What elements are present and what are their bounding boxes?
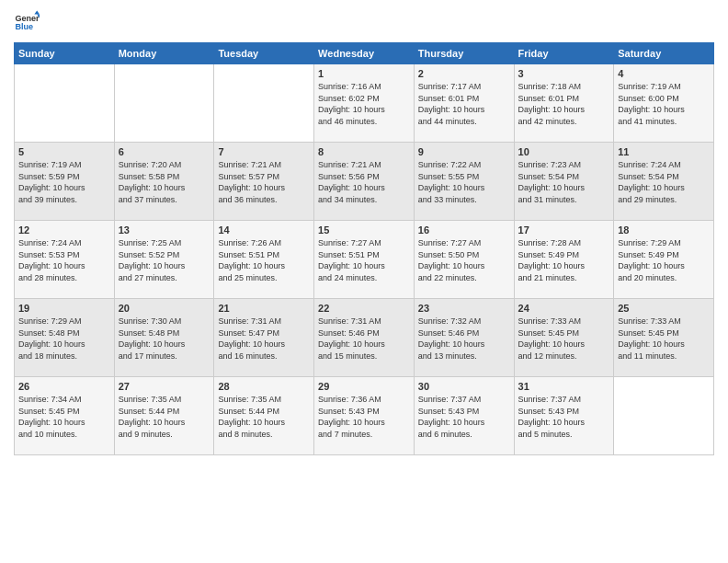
day-number: 5 [18,146,110,157]
calendar-cell: 19Sunrise: 7:29 AM Sunset: 5:48 PM Dayli… [15,299,115,377]
day-number: 2 [418,68,510,79]
calendar-cell: 6Sunrise: 7:20 AM Sunset: 5:58 PM Daylig… [114,143,214,221]
calendar-cell: 12Sunrise: 7:24 AM Sunset: 5:53 PM Dayli… [15,221,115,299]
logo: General Blue [14,9,43,35]
calendar-cell: 30Sunrise: 7:37 AM Sunset: 5:43 PM Dayli… [414,377,514,455]
day-number: 1 [318,68,410,79]
svg-text:General: General [15,14,40,23]
calendar-cell [614,377,714,455]
day-info: Sunrise: 7:36 AM Sunset: 5:43 PM Dayligh… [318,394,410,440]
calendar-week-row: 12Sunrise: 7:24 AM Sunset: 5:53 PM Dayli… [15,221,714,299]
calendar-cell: 3Sunrise: 7:18 AM Sunset: 6:01 PM Daylig… [514,64,614,143]
day-info: Sunrise: 7:21 AM Sunset: 5:56 PM Dayligh… [318,159,410,205]
calendar-cell: 5Sunrise: 7:19 AM Sunset: 5:59 PM Daylig… [15,143,115,221]
calendar-cell: 16Sunrise: 7:27 AM Sunset: 5:50 PM Dayli… [414,221,514,299]
day-info: Sunrise: 7:32 AM Sunset: 5:46 PM Dayligh… [418,316,510,362]
calendar-cell: 26Sunrise: 7:34 AM Sunset: 5:45 PM Dayli… [15,377,115,455]
day-info: Sunrise: 7:34 AM Sunset: 5:45 PM Dayligh… [18,394,110,440]
day-header-tuesday: Tuesday [214,43,314,64]
day-info: Sunrise: 7:23 AM Sunset: 5:54 PM Dayligh… [518,159,610,205]
day-info: Sunrise: 7:37 AM Sunset: 5:43 PM Dayligh… [418,394,510,440]
calendar-cell: 10Sunrise: 7:23 AM Sunset: 5:54 PM Dayli… [514,143,614,221]
calendar-cell: 25Sunrise: 7:33 AM Sunset: 5:45 PM Dayli… [614,299,714,377]
calendar-cell: 20Sunrise: 7:30 AM Sunset: 5:48 PM Dayli… [114,299,214,377]
calendar-cell: 7Sunrise: 7:21 AM Sunset: 5:57 PM Daylig… [214,143,314,221]
day-info: Sunrise: 7:28 AM Sunset: 5:49 PM Dayligh… [518,237,610,283]
day-header-thursday: Thursday [414,43,514,64]
day-number: 3 [518,68,610,79]
day-info: Sunrise: 7:21 AM Sunset: 5:57 PM Dayligh… [218,159,310,205]
day-number: 12 [18,224,110,236]
calendar-week-row: 19Sunrise: 7:29 AM Sunset: 5:48 PM Dayli… [15,299,714,377]
calendar-week-row: 26Sunrise: 7:34 AM Sunset: 5:45 PM Dayli… [15,377,714,455]
day-info: Sunrise: 7:35 AM Sunset: 5:44 PM Dayligh… [218,394,310,440]
day-number: 30 [418,381,510,392]
day-number: 21 [218,303,310,314]
day-info: Sunrise: 7:24 AM Sunset: 5:53 PM Dayligh… [18,237,110,283]
logo-icon: General Blue [14,9,40,35]
day-info: Sunrise: 7:35 AM Sunset: 5:44 PM Dayligh… [119,394,210,440]
day-number: 14 [218,224,310,236]
day-info: Sunrise: 7:29 AM Sunset: 5:48 PM Dayligh… [18,316,110,362]
day-number: 25 [618,303,710,314]
day-number: 31 [518,381,610,392]
calendar-cell: 2Sunrise: 7:17 AM Sunset: 6:01 PM Daylig… [414,64,514,143]
header: General Blue [14,9,714,35]
day-info: Sunrise: 7:16 AM Sunset: 6:02 PM Dayligh… [318,81,410,127]
day-number: 23 [418,303,510,314]
day-info: Sunrise: 7:20 AM Sunset: 5:58 PM Dayligh… [119,159,210,205]
day-header-monday: Monday [114,43,214,64]
day-info: Sunrise: 7:27 AM Sunset: 5:51 PM Dayligh… [318,237,410,283]
day-number: 16 [418,224,510,236]
day-info: Sunrise: 7:17 AM Sunset: 6:01 PM Dayligh… [418,81,510,127]
day-info: Sunrise: 7:19 AM Sunset: 5:59 PM Dayligh… [18,159,110,205]
calendar-cell: 23Sunrise: 7:32 AM Sunset: 5:46 PM Dayli… [414,299,514,377]
day-info: Sunrise: 7:26 AM Sunset: 5:51 PM Dayligh… [218,237,310,283]
day-number: 24 [518,303,610,314]
day-number: 28 [218,381,310,392]
day-number: 18 [618,224,710,236]
day-info: Sunrise: 7:25 AM Sunset: 5:52 PM Dayligh… [119,237,210,283]
day-info: Sunrise: 7:31 AM Sunset: 5:47 PM Dayligh… [218,316,310,362]
calendar-cell: 27Sunrise: 7:35 AM Sunset: 5:44 PM Dayli… [114,377,214,455]
day-info: Sunrise: 7:33 AM Sunset: 5:45 PM Dayligh… [618,316,710,362]
day-info: Sunrise: 7:19 AM Sunset: 6:00 PM Dayligh… [618,81,710,127]
calendar-cell: 17Sunrise: 7:28 AM Sunset: 5:49 PM Dayli… [514,221,614,299]
calendar-cell: 8Sunrise: 7:21 AM Sunset: 5:56 PM Daylig… [314,143,415,221]
day-info: Sunrise: 7:31 AM Sunset: 5:46 PM Dayligh… [318,316,410,362]
calendar-cell: 22Sunrise: 7:31 AM Sunset: 5:46 PM Dayli… [314,299,415,377]
day-info: Sunrise: 7:18 AM Sunset: 6:01 PM Dayligh… [518,81,610,127]
calendar-cell: 28Sunrise: 7:35 AM Sunset: 5:44 PM Dayli… [214,377,314,455]
day-number: 17 [518,224,610,236]
calendar-cell: 18Sunrise: 7:29 AM Sunset: 5:49 PM Dayli… [614,221,714,299]
day-info: Sunrise: 7:29 AM Sunset: 5:49 PM Dayligh… [618,237,710,283]
day-number: 29 [318,381,410,392]
calendar-header-row: SundayMondayTuesdayWednesdayThursdayFrid… [15,43,714,64]
day-header-wednesday: Wednesday [314,43,415,64]
calendar-cell: 13Sunrise: 7:25 AM Sunset: 5:52 PM Dayli… [114,221,214,299]
day-number: 27 [119,381,210,392]
day-number: 4 [618,68,710,79]
svg-text:Blue: Blue [15,22,33,31]
page: General Blue SundayMondayTuesdayWednesda… [0,0,728,563]
calendar-cell: 15Sunrise: 7:27 AM Sunset: 5:51 PM Dayli… [314,221,415,299]
day-number: 26 [18,381,110,392]
calendar-cell [15,64,115,143]
day-number: 22 [318,303,410,314]
calendar-week-row: 5Sunrise: 7:19 AM Sunset: 5:59 PM Daylig… [15,143,714,221]
day-info: Sunrise: 7:33 AM Sunset: 5:45 PM Dayligh… [518,316,610,362]
day-number: 9 [418,146,510,157]
calendar-cell [114,64,214,143]
calendar-cell: 24Sunrise: 7:33 AM Sunset: 5:45 PM Dayli… [514,299,614,377]
day-number: 13 [119,224,210,236]
calendar-cell: 9Sunrise: 7:22 AM Sunset: 5:55 PM Daylig… [414,143,514,221]
day-number: 11 [618,146,710,157]
day-info: Sunrise: 7:27 AM Sunset: 5:50 PM Dayligh… [418,237,510,283]
day-number: 10 [518,146,610,157]
day-number: 15 [318,224,410,236]
day-info: Sunrise: 7:37 AM Sunset: 5:43 PM Dayligh… [518,394,610,440]
day-number: 8 [318,146,410,157]
calendar-cell: 4Sunrise: 7:19 AM Sunset: 6:00 PM Daylig… [614,64,714,143]
day-info: Sunrise: 7:30 AM Sunset: 5:48 PM Dayligh… [119,316,210,362]
day-header-friday: Friday [514,43,614,64]
